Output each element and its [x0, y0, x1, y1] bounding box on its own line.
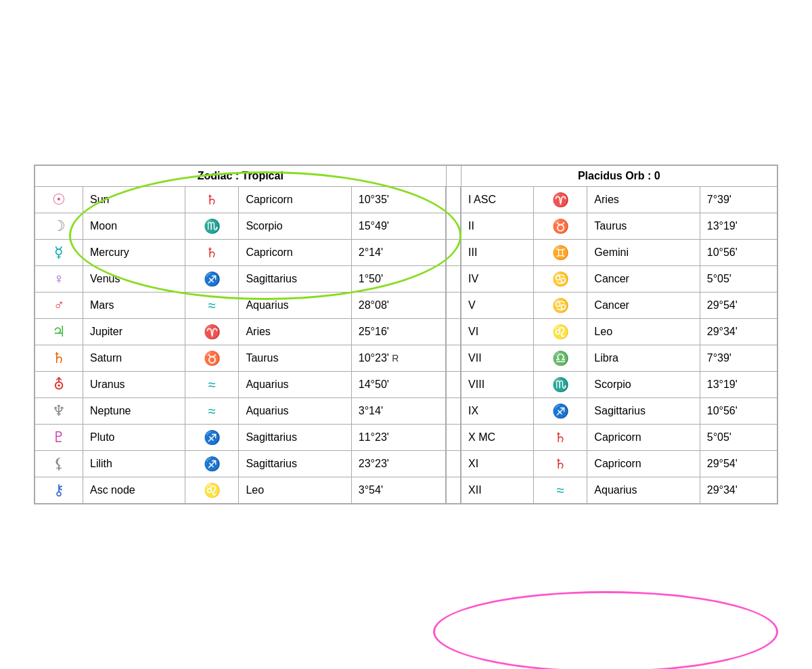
- planet-degree: 1°50': [351, 266, 446, 293]
- planet-name: Mercury: [83, 240, 185, 266]
- divider-cell: [446, 477, 461, 504]
- house-sign-name: Sagittarius: [587, 398, 700, 425]
- planet-symbol: ♆: [35, 398, 83, 425]
- planet-sign-symbol: ≈: [185, 293, 239, 319]
- planet-name: Moon: [83, 213, 185, 240]
- planet-symbol: ♇: [35, 425, 83, 451]
- house-degree: 13°19': [700, 372, 777, 398]
- divider-cell: [446, 425, 461, 451]
- house-name: IV: [461, 266, 534, 293]
- house-degree: 29°34': [700, 319, 777, 345]
- house-name: III: [461, 240, 534, 266]
- house-sign-name: Capricorn: [587, 425, 700, 451]
- planet-name: Mars: [83, 293, 185, 319]
- planet-sign-symbol: ♐: [185, 266, 239, 293]
- planet-degree: 3°54': [351, 477, 446, 504]
- planet-sign-symbol: ♐: [185, 425, 239, 451]
- planet-degree: 15°49': [351, 213, 446, 240]
- house-degree: 29°54': [700, 293, 777, 319]
- house-sign-name: Cancer: [587, 266, 700, 293]
- divider-cell: [446, 266, 461, 293]
- planet-sign-name: Aries: [239, 319, 351, 345]
- planet-symbol: ♄: [35, 345, 83, 372]
- house-sign-symbol: ♎: [534, 345, 587, 372]
- planet-sign-symbol: ♄: [185, 187, 239, 213]
- house-degree: 10°56': [700, 240, 777, 266]
- house-sign-symbol: ♄: [534, 425, 587, 451]
- planet-degree: 28°08': [351, 293, 446, 319]
- house-sign-symbol: ♌: [534, 319, 587, 345]
- planet-symbol: ♃: [35, 319, 83, 345]
- planet-symbol: ☽: [35, 213, 83, 240]
- house-name: X MC: [461, 425, 534, 451]
- planet-sign-symbol: ♈: [185, 319, 239, 345]
- divider-cell: [446, 187, 461, 213]
- planet-degree: 23°23': [351, 451, 446, 477]
- divider-header: [446, 165, 461, 187]
- planet-sign-symbol: ♄: [185, 240, 239, 266]
- house-degree: 29°34': [700, 477, 777, 504]
- house-sign-symbol: ♐: [534, 398, 587, 425]
- planet-sign-name: Aquarius: [239, 398, 351, 425]
- planet-name: Asc node: [83, 477, 185, 504]
- planet-degree: 10°35': [351, 187, 446, 213]
- planet-sign-name: Capricorn: [239, 187, 351, 213]
- house-name: XI: [461, 451, 534, 477]
- divider-cell: [446, 345, 461, 372]
- planet-symbol: ♂: [35, 293, 83, 319]
- divider-cell: [446, 398, 461, 425]
- planet-symbol: ☿: [35, 240, 83, 266]
- house-sign-symbol: ♋: [534, 293, 587, 319]
- planet-symbol: ♀: [35, 266, 83, 293]
- house-sign-name: Scorpio: [587, 372, 700, 398]
- planet-degree: 2°14': [351, 240, 446, 266]
- astrology-data-table: Zodiac : Tropical Placidus Orb : 0 ☉Sun♄…: [34, 165, 778, 504]
- house-sign-name: Libra: [587, 345, 700, 372]
- house-sign-symbol: ≈: [534, 477, 587, 504]
- planet-sign-symbol: ≈: [185, 398, 239, 425]
- divider-cell: [446, 293, 461, 319]
- planet-name: Saturn: [83, 345, 185, 372]
- planet-degree: 25°16': [351, 319, 446, 345]
- planet-name: Venus: [83, 266, 185, 293]
- planet-sign-name: Capricorn: [239, 240, 351, 266]
- house-degree: 7°39': [700, 345, 777, 372]
- planet-sign-name: Aquarius: [239, 372, 351, 398]
- divider-cell: [446, 240, 461, 266]
- planet-name: Lilith: [83, 451, 185, 477]
- house-name: IX: [461, 398, 534, 425]
- house-name: II: [461, 213, 534, 240]
- planet-name: Neptune: [83, 398, 185, 425]
- house-sign-symbol: ♊: [534, 240, 587, 266]
- house-sign-name: Gemini: [587, 240, 700, 266]
- planet-sign-name: Sagittarius: [239, 451, 351, 477]
- divider-cell: [446, 319, 461, 345]
- planet-degree: 11°23': [351, 425, 446, 451]
- house-name: I ASC: [461, 187, 534, 213]
- planet-degree: 3°14': [351, 398, 446, 425]
- house-sign-symbol: ♋: [534, 266, 587, 293]
- house-name: VIII: [461, 372, 534, 398]
- planet-name: Pluto: [83, 425, 185, 451]
- house-name: XII: [461, 477, 534, 504]
- planet-symbol: ☉: [35, 187, 83, 213]
- house-sign-symbol: ♉: [534, 213, 587, 240]
- house-sign-symbol: ♏: [534, 372, 587, 398]
- house-sign-name: Leo: [587, 319, 700, 345]
- house-degree: 5°05': [700, 425, 777, 451]
- planet-sign-name: Taurus: [239, 345, 351, 372]
- planet-degree: 14°50': [351, 372, 446, 398]
- house-degree: 10°56': [700, 398, 777, 425]
- planet-sign-symbol: ≈: [185, 372, 239, 398]
- house-sign-name: Cancer: [587, 293, 700, 319]
- left-header: Zodiac : Tropical: [35, 165, 446, 187]
- planet-degree: 10°23' R: [351, 345, 446, 372]
- house-degree: 7°39': [700, 187, 777, 213]
- house-name: VII: [461, 345, 534, 372]
- planet-symbol: ⛢: [35, 372, 83, 398]
- planet-sign-name: Sagittarius: [239, 266, 351, 293]
- house-sign-name: Capricorn: [587, 451, 700, 477]
- house-sign-symbol: ♄: [534, 451, 587, 477]
- planet-name: Uranus: [83, 372, 185, 398]
- planet-sign-symbol: ♌: [185, 477, 239, 504]
